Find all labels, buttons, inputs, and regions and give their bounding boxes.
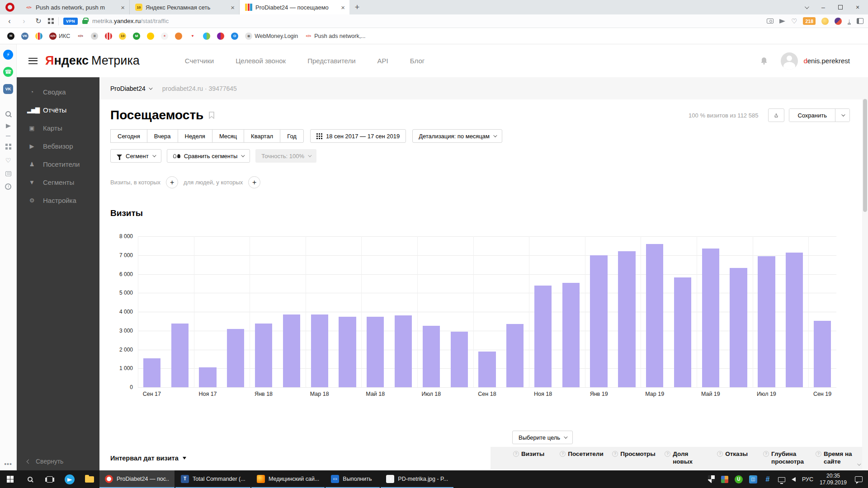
whatsapp-icon[interactable]: ☎ bbox=[3, 67, 13, 77]
username[interactable]: denis.perekrest bbox=[803, 57, 850, 65]
yandex-metrika-logo[interactable]: ЯндексМетрика bbox=[45, 54, 140, 68]
chart-bar[interactable] bbox=[786, 253, 803, 388]
bookmark-item[interactable]: ✉ bbox=[7, 33, 14, 40]
chart-bar[interactable] bbox=[478, 352, 495, 387]
bookmark-item[interactable]: O bbox=[231, 33, 238, 40]
chart-bar[interactable] bbox=[590, 255, 607, 387]
help-question-icon[interactable]: ? bbox=[717, 451, 723, 457]
vpn-badge[interactable]: VPN bbox=[63, 18, 78, 25]
volume-icon[interactable] bbox=[792, 477, 796, 482]
bluestacks-icon[interactable]: ◫ bbox=[749, 475, 757, 483]
chart-bar[interactable] bbox=[171, 324, 189, 387]
sidebar-item[interactable]: ♟ Посетители bbox=[17, 155, 99, 173]
chart-bar[interactable] bbox=[451, 332, 468, 387]
chart-bar[interactable] bbox=[227, 329, 244, 387]
file-explorer-pinned-app[interactable] bbox=[80, 470, 99, 488]
bookmark-item[interactable] bbox=[175, 33, 182, 40]
hamburger-menu-icon[interactable] bbox=[28, 58, 38, 64]
period-button[interactable]: Сегодня bbox=[110, 129, 147, 143]
forward-button[interactable]: › bbox=[19, 17, 29, 25]
defender-shield-icon[interactable] bbox=[708, 475, 715, 483]
header-nav-link[interactable]: Счетчики bbox=[185, 57, 214, 65]
counter-selector[interactable]: ProDiabet24 bbox=[110, 85, 151, 92]
chart-bar[interactable] bbox=[143, 358, 160, 387]
antivirus-icon[interactable] bbox=[721, 476, 728, 483]
period-button[interactable]: Месяц bbox=[212, 129, 244, 143]
browser-tab[interactable]: ProDiabet24 — посещаемо × bbox=[240, 0, 349, 14]
sidebar-item[interactable]: ◔ Сводка bbox=[17, 83, 99, 101]
network-icon[interactable] bbox=[778, 477, 785, 482]
export-button[interactable] bbox=[768, 108, 784, 122]
sidebar-item[interactable]: ▼ Сегменты bbox=[17, 173, 99, 191]
user-avatar[interactable] bbox=[781, 52, 798, 70]
language-indicator[interactable]: РУС bbox=[802, 476, 813, 483]
search-icon[interactable] bbox=[5, 111, 11, 117]
task-view-button[interactable] bbox=[40, 470, 60, 488]
sidebar-item[interactable]: ▂▅▇ Отчёты bbox=[17, 101, 99, 119]
taskbar-clock[interactable]: 20:35 17.09.2019 bbox=[820, 473, 847, 486]
chart-bar[interactable] bbox=[730, 268, 747, 387]
minimize-button[interactable]: – bbox=[816, 0, 831, 14]
metric-header[interactable]: ? Посетители bbox=[560, 450, 597, 458]
metric-header[interactable]: ? Просмотры bbox=[612, 450, 649, 458]
send-to-flow-icon[interactable] bbox=[779, 19, 785, 23]
period-button[interactable]: Год bbox=[280, 129, 304, 143]
secure-lock-icon[interactable] bbox=[82, 20, 88, 24]
segment-button[interactable]: Сегмент bbox=[110, 149, 161, 163]
taskbar-app-button[interactable]: Медицинский сай... bbox=[251, 470, 325, 488]
chart-bar[interactable] bbox=[562, 283, 580, 387]
bookmark-item[interactable] bbox=[105, 33, 112, 40]
save-button[interactable]: Сохранить bbox=[789, 109, 835, 122]
back-button[interactable]: ‹ bbox=[5, 17, 14, 25]
tab-menu-button[interactable] bbox=[798, 0, 814, 14]
accuracy-dropdown[interactable]: Точность: 100% bbox=[255, 149, 316, 163]
extension-badge-218[interactable]: 218 bbox=[803, 17, 816, 25]
messenger-icon[interactable]: ⚡ bbox=[3, 50, 13, 60]
notifications-bell-icon[interactable] bbox=[760, 57, 768, 65]
speed-dial-icon[interactable] bbox=[5, 144, 11, 150]
bookmark-item[interactable]: </> ИКС bbox=[49, 33, 70, 40]
taskbar-app-button[interactable]: T Total Commander (... bbox=[175, 470, 250, 488]
opera-menu-button[interactable] bbox=[0, 0, 20, 14]
dimension-dropdown[interactable]: Интервал дат визита bbox=[110, 455, 186, 462]
news-icon[interactable] bbox=[5, 171, 11, 176]
action-center-icon[interactable] bbox=[855, 476, 863, 482]
history-icon[interactable] bbox=[5, 183, 11, 190]
page-scrollbar[interactable] bbox=[862, 77, 868, 470]
period-button[interactable]: Вчера bbox=[147, 129, 178, 143]
chart-bar[interactable] bbox=[702, 249, 719, 387]
speed-dial-button[interactable] bbox=[48, 18, 54, 24]
bookmark-item[interactable]: </> Push ads network,... bbox=[305, 33, 365, 40]
bookmark-item[interactable] bbox=[203, 33, 210, 40]
hash-icon[interactable]: # bbox=[764, 475, 772, 483]
new-tab-button[interactable]: + bbox=[349, 0, 365, 14]
bookmark-item[interactable] bbox=[217, 33, 224, 40]
start-button[interactable] bbox=[0, 470, 20, 488]
header-nav-link[interactable]: Представители bbox=[307, 57, 355, 65]
help-question-icon[interactable]: ? bbox=[763, 451, 769, 457]
chart-bar[interactable] bbox=[618, 251, 635, 387]
metric-header[interactable]: ? Доля новых bbox=[665, 450, 702, 466]
bookmarks-heart-icon[interactable]: ♡ bbox=[5, 157, 11, 164]
date-range-button[interactable]: 18 сен 2017 — 17 сен 2019 bbox=[310, 129, 406, 143]
period-button[interactable]: Неделя bbox=[178, 129, 212, 143]
sidebar-setup-icon[interactable] bbox=[857, 18, 863, 24]
help-question-icon[interactable]: ? bbox=[816, 451, 821, 457]
favorite-flag-icon[interactable] bbox=[209, 112, 214, 119]
metric-header[interactable]: ? Глубина просмотра bbox=[763, 450, 800, 466]
chart-bar[interactable] bbox=[395, 315, 412, 387]
period-button[interactable]: Квартал bbox=[244, 129, 280, 143]
chart-bar[interactable] bbox=[311, 314, 328, 387]
bookmark-item[interactable]: </> bbox=[77, 33, 84, 40]
bookmark-item[interactable]: ll bbox=[91, 33, 98, 40]
add-people-filter-button[interactable]: + bbox=[248, 176, 260, 188]
more-icon[interactable]: ••• bbox=[4, 460, 12, 468]
chart-bar[interactable] bbox=[339, 317, 356, 387]
collapse-sidebar-button[interactable]: Свернуть bbox=[27, 458, 63, 465]
taskbar-app-button[interactable]: ◑ PD-metrika.jpg - P... bbox=[381, 470, 453, 488]
tab-close-icon[interactable]: × bbox=[120, 4, 126, 11]
chart-bar[interactable] bbox=[758, 256, 775, 387]
scroll-down-hint-icon[interactable] bbox=[857, 460, 860, 468]
chart-bar[interactable] bbox=[283, 314, 300, 387]
metric-header[interactable]: ? Визиты bbox=[513, 450, 544, 458]
